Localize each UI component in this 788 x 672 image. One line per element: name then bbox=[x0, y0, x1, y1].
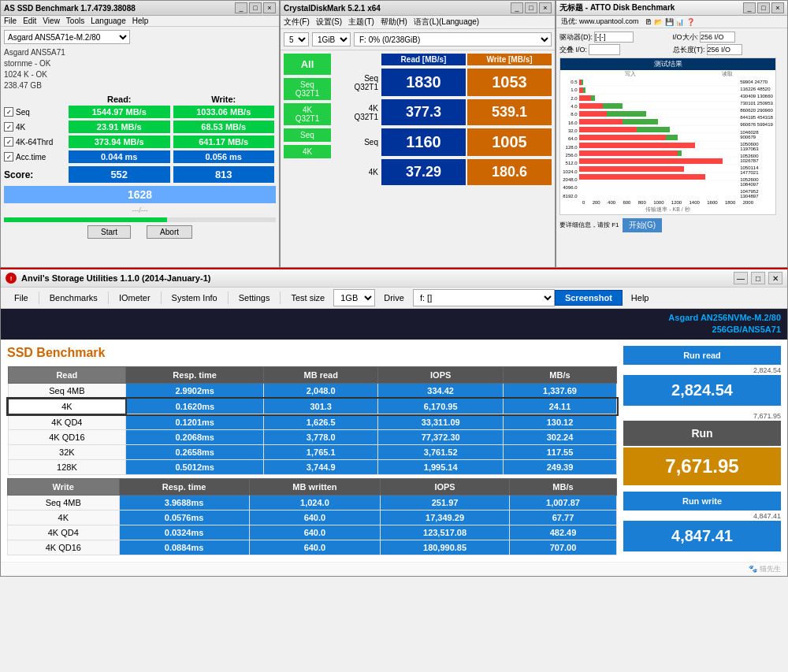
anvil-minimize[interactable]: — bbox=[734, 272, 748, 284]
seq-button[interactable]: Seq bbox=[284, 128, 331, 142]
run-read-button[interactable]: Run read bbox=[623, 346, 781, 365]
anvil-right-panel: Run read 2,824.54 2,824.54 7,671.95 Run … bbox=[623, 346, 781, 555]
overlapped-input[interactable] bbox=[589, 44, 620, 55]
maximize-button[interactable]: □ bbox=[249, 2, 262, 13]
anvil-titlebar: ! Anvil's Storage Utilities 1.1.0 (2014-… bbox=[1, 269, 787, 288]
atto-maximize[interactable]: □ bbox=[757, 2, 770, 13]
as-ssd-window: AS SSD Benchmark 1.7.4739.38088 _ □ × Fi… bbox=[0, 0, 280, 268]
drive-select[interactable]: Asgard ANS5A71e-M.2/80 bbox=[4, 30, 130, 44]
start-button[interactable]: Start bbox=[87, 225, 131, 239]
menu-file[interactable]: File bbox=[6, 290, 37, 306]
4k-button[interactable]: 4K bbox=[284, 145, 331, 158]
run-button[interactable]: Run bbox=[623, 421, 781, 446]
score-write: 813 bbox=[173, 166, 275, 183]
as-ssd-title: AS SSD Benchmark 1.7.4739.38088 bbox=[4, 4, 136, 13]
write-4k-row: 4K 0.0576ms 640.0 17,349.29 67.77 bbox=[8, 510, 617, 525]
anvil-close[interactable]: ✕ bbox=[768, 272, 782, 284]
section-title: SSD Benchmark bbox=[7, 346, 617, 360]
crystal-menu-theme[interactable]: 主题(T) bbox=[348, 17, 374, 28]
drive-info-bar: Asgard AN256NVMe-M.2/80 256GB/ANS5A71 bbox=[1, 309, 787, 340]
anvil-main: SSD Benchmark Read Resp. time MB read IO… bbox=[1, 340, 787, 562]
menu-file[interactable]: File bbox=[4, 17, 17, 25]
menu-settings[interactable]: Settings bbox=[230, 290, 279, 306]
atto-start-button[interactable]: 开始(G) bbox=[623, 218, 662, 232]
seq-q32t1-read: 1830 bbox=[381, 69, 466, 96]
menu-tools[interactable]: Tools bbox=[66, 17, 84, 25]
acctime-read: 0.044 ms bbox=[69, 150, 170, 163]
svg-rect-27 bbox=[579, 87, 583, 93]
seq-row: Seq 1160 1005 bbox=[334, 128, 552, 156]
svg-rect-30 bbox=[579, 111, 607, 117]
anvil-title: Anvil's Storage Utilities 1.1.0 (2014-Ja… bbox=[21, 273, 210, 283]
atto-menu: 迅优: www.upantool.com 🖹 📂 💾 📊 ❓ bbox=[556, 16, 787, 28]
4k-q32t1-button[interactable]: 4KQ32T1 bbox=[284, 103, 331, 125]
all-button[interactable]: All bbox=[284, 54, 331, 75]
anvil-controls: — □ ✕ bbox=[734, 272, 782, 284]
anvil-menu: File Benchmarks IOmeter System Info Sett… bbox=[1, 288, 787, 309]
menu-help[interactable]: Help bbox=[132, 17, 149, 25]
svg-rect-38 bbox=[579, 174, 705, 180]
screenshot-button[interactable]: Screenshot bbox=[555, 290, 623, 306]
seq-q32t1-button[interactable]: SeqQ32T1 bbox=[284, 78, 331, 100]
score-separator: ---/--- bbox=[4, 206, 276, 214]
drive-select[interactable]: F: 0% (0/238GiB) bbox=[354, 32, 552, 46]
crystal-close[interactable]: × bbox=[539, 2, 552, 13]
total-input[interactable] bbox=[707, 44, 742, 55]
minimize-button[interactable]: _ bbox=[235, 2, 247, 13]
as-buttons: Start Abort bbox=[4, 225, 276, 239]
crystal-menu-lang[interactable]: 语言(L)(Language) bbox=[414, 17, 479, 28]
svg-rect-29 bbox=[579, 103, 603, 109]
atto-window: 无标题 - ATTO Disk Benchmark _ □ × 迅优: www.… bbox=[556, 0, 788, 268]
4k-q32t1-row: 4KQ32T1 377.3 539.1 bbox=[334, 99, 552, 125]
crystal-menu-file[interactable]: 文件(F) bbox=[284, 17, 310, 28]
svg-rect-32 bbox=[579, 127, 637, 132]
progress-bar bbox=[4, 217, 276, 222]
menu-view[interactable]: View bbox=[43, 17, 60, 25]
menu-sysinfo[interactable]: System Info bbox=[163, 290, 226, 306]
svg-rect-34 bbox=[579, 143, 695, 148]
menu-edit[interactable]: Edit bbox=[23, 17, 36, 25]
atto-chart: 测试结果 写入 读取 0.51.02.04.08.016.032.064.012… bbox=[559, 58, 776, 215]
crystal-minimize[interactable]: _ bbox=[511, 2, 523, 13]
chart-axis-label: 传输速率 - KB / 秒 bbox=[560, 206, 775, 214]
drive-input[interactable] bbox=[594, 32, 634, 43]
crystal-menu-help[interactable]: 帮助(H) bbox=[381, 17, 407, 28]
run-write-button[interactable]: Run write bbox=[623, 492, 781, 510]
drive-select[interactable]: f: [] bbox=[413, 289, 555, 306]
watermark: 🐾 猫先生 bbox=[1, 562, 787, 576]
atto-minimize[interactable]: _ bbox=[743, 2, 756, 13]
abort-button[interactable]: Abort bbox=[147, 225, 192, 239]
menu-benchmarks[interactable]: Benchmarks bbox=[41, 290, 106, 306]
size-select[interactable]: 1GiB bbox=[312, 32, 351, 46]
crystal-controls: _ □ × bbox=[511, 2, 552, 13]
write-4kqd16-row: 4K QD16 0.0884ms 640.0 180,990.85 707.00 bbox=[8, 540, 617, 555]
drive-info: Asgard ANS5A71 stornme - OK 1024 K - OK … bbox=[4, 47, 276, 91]
chart-area: 0.51.02.04.08.016.032.064.0128.0256.0512… bbox=[560, 78, 775, 200]
col-resp-time-w: Resp. time bbox=[119, 478, 249, 495]
anvil-title-section: ! Anvil's Storage Utilities 1.1.0 (2014-… bbox=[6, 273, 210, 284]
anvil-maximize[interactable]: □ bbox=[751, 272, 765, 284]
write-score-top: 4,847.41 bbox=[623, 512, 781, 520]
crystal-title: CrystalDiskMark 5.2.1 x64 bbox=[284, 4, 381, 13]
as-ssd-menu: File Edit View Tools Language Help bbox=[1, 16, 279, 27]
as-ssd-controls: _ □ × bbox=[235, 2, 276, 13]
close-button[interactable]: × bbox=[263, 2, 276, 13]
atto-close[interactable]: × bbox=[771, 2, 784, 13]
test-size-select[interactable]: 1GB bbox=[333, 289, 375, 306]
menu-help[interactable]: Help bbox=[623, 290, 658, 306]
anvil-window: ! Anvil's Storage Utilities 1.1.0 (2014-… bbox=[0, 268, 788, 577]
crystal-header: Read [MB/s] Write [MB/s] bbox=[334, 54, 552, 65]
menu-iometer[interactable]: IOmeter bbox=[110, 290, 159, 306]
runs-select[interactable]: 5 bbox=[284, 32, 309, 46]
drive-field: 驱动器(D): bbox=[559, 32, 671, 43]
crystal-maximize[interactable]: □ bbox=[525, 2, 537, 13]
progress-fill bbox=[4, 217, 167, 222]
run-read-panel: Run read 2,824.54 2,824.54 bbox=[623, 346, 781, 406]
col-mb-read: MB read bbox=[264, 366, 378, 383]
crystal-menu-settings[interactable]: 设置(S) bbox=[316, 17, 342, 28]
run-main-panel: 7,671.95 Run 7,671.95 bbox=[623, 412, 781, 485]
io-size-input[interactable] bbox=[700, 32, 735, 43]
y-labels: 0.51.02.04.08.016.032.064.0128.0256.0512… bbox=[560, 78, 579, 200]
4k-write: 68.53 MB/s bbox=[173, 121, 275, 133]
menu-language[interactable]: Language bbox=[91, 17, 126, 25]
